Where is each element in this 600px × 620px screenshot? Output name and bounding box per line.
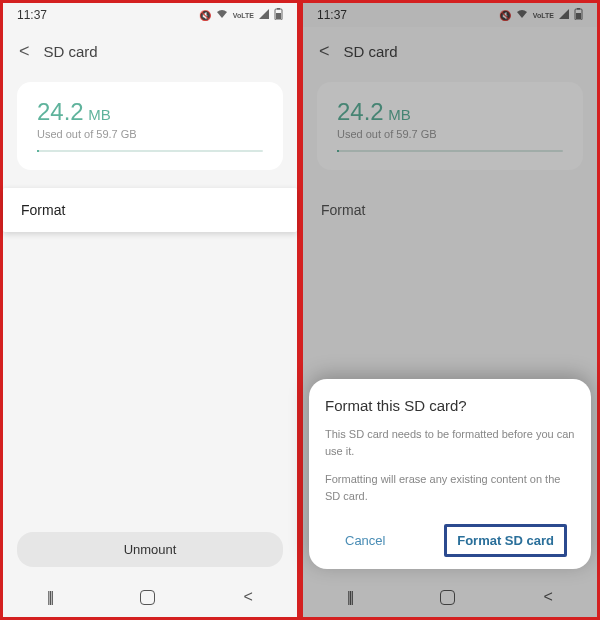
clock: 11:37 [317, 8, 347, 22]
nav-bar: ||| < [303, 577, 597, 617]
wifi-icon [516, 9, 528, 21]
page-title: SD card [344, 43, 398, 60]
storage-usage-card: 24.2 MB Used out of 59.7 GB [17, 82, 283, 170]
storage-subtext: Used out of 59.7 GB [37, 128, 263, 140]
wifi-icon [216, 9, 228, 21]
status-icons: 🔇 VoLTE [199, 8, 283, 22]
svg-rect-2 [277, 8, 280, 10]
volte-label: VoLTE [533, 12, 554, 19]
dialog-body: This SD card needs to be formatted befor… [325, 426, 575, 506]
format-label: Format [21, 202, 65, 218]
page-title: SD card [44, 43, 98, 60]
format-label: Format [321, 202, 365, 218]
nav-back-icon[interactable]: < [544, 588, 553, 606]
dialog-title: Format this SD card? [325, 397, 575, 414]
format-option[interactable]: Format [303, 188, 597, 232]
storage-progress-bar [337, 150, 563, 152]
storage-used-value: 24.2 [37, 98, 84, 125]
phone-screen-left: 11:37 🔇 VoLTE < SD card 24.2 [0, 0, 300, 620]
back-icon[interactable]: < [319, 41, 330, 62]
dialog-line1: This SD card needs to be formatted befor… [325, 426, 575, 461]
battery-icon [574, 8, 583, 22]
storage-progress-bar [37, 150, 263, 152]
nav-bar: ||| < [3, 577, 297, 617]
dialog-actions: Cancel Format SD card [325, 520, 575, 559]
format-dialog: Format this SD card? This SD card needs … [309, 379, 591, 569]
svg-rect-5 [577, 8, 580, 10]
nav-back-icon[interactable]: < [244, 588, 253, 606]
format-option[interactable]: Format [3, 188, 297, 232]
svg-rect-1 [276, 13, 281, 19]
storage-used-value: 24.2 [337, 98, 384, 125]
storage-progress-fill [337, 150, 339, 152]
nav-home-icon[interactable] [440, 590, 455, 605]
mute-icon: 🔇 [499, 10, 511, 21]
storage-usage-card: 24.2 MB Used out of 59.7 GB [317, 82, 583, 170]
storage-progress-fill [37, 150, 39, 152]
nav-recent-icon[interactable]: ||| [47, 589, 52, 605]
unmount-label: Unmount [124, 542, 177, 557]
back-icon[interactable]: < [19, 41, 30, 62]
storage-used-unit: MB [388, 106, 411, 123]
svg-rect-4 [576, 13, 581, 19]
unmount-button[interactable]: Unmount [17, 532, 283, 567]
volte-label: VoLTE [233, 12, 254, 19]
status-bar: 11:37 🔇 VoLTE [303, 3, 597, 27]
format-sd-card-button[interactable]: Format SD card [444, 524, 567, 557]
storage-subtext: Used out of 59.7 GB [337, 128, 563, 140]
status-icons: 🔇 VoLTE [499, 8, 583, 22]
page-header: < SD card [3, 27, 297, 74]
nav-home-icon[interactable] [140, 590, 155, 605]
battery-icon [274, 8, 283, 22]
signal-icon [259, 9, 269, 21]
mute-icon: 🔇 [199, 10, 211, 21]
storage-used-unit: MB [88, 106, 111, 123]
clock: 11:37 [17, 8, 47, 22]
dialog-line2: Formatting will erase any existing conte… [325, 471, 575, 506]
status-bar: 11:37 🔇 VoLTE [3, 3, 297, 27]
nav-recent-icon[interactable]: ||| [347, 589, 352, 605]
cancel-button[interactable]: Cancel [333, 527, 397, 554]
phone-screen-right: 11:37 🔇 VoLTE < SD card 24.2 [300, 0, 600, 620]
signal-icon [559, 9, 569, 21]
page-header: < SD card [303, 27, 597, 74]
